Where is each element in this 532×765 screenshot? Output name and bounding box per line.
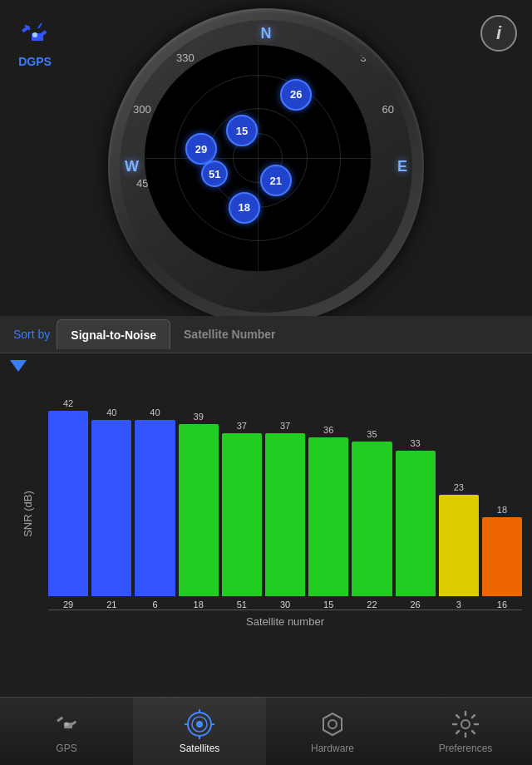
dgps-satellite-icon: [17, 17, 53, 53]
bar-sat-num-3: 3: [456, 600, 461, 610]
sat-dot-18: 18: [229, 192, 260, 224]
bar-sat-num-18: 18: [194, 600, 204, 610]
dgps-badge: DGPS: [17, 17, 53, 68]
bar-value-26: 33: [410, 438, 420, 448]
sat-dot-51: 51: [201, 160, 228, 187]
svg-line-5: [38, 23, 42, 28]
deg-330: 330: [176, 52, 195, 64]
bar-29: [48, 411, 88, 596]
bar-sat-num-29: 29: [63, 600, 73, 610]
tab-satellite-number[interactable]: Satellite Number: [170, 319, 288, 349]
compass-area: DGPS i N E W 330 30 30: [0, 0, 532, 316]
bar-18: [179, 424, 219, 596]
info-button[interactable]: i: [480, 15, 517, 52]
bar-col-29: 4229: [48, 398, 88, 610]
sat-dot-15: 15: [226, 115, 258, 146]
bar-sat-num-26: 26: [410, 600, 420, 610]
bar-value-6: 40: [150, 407, 160, 417]
sort-bar: Sort by Signal-to-Noise Satellite Number: [0, 316, 532, 353]
bar-value-15: 36: [323, 425, 333, 435]
bar-21: [91, 420, 131, 596]
bar-sat-num-22: 22: [367, 600, 377, 610]
bar-sat-num-15: 15: [323, 600, 333, 610]
sort-descending-arrow: [10, 360, 27, 372]
nav-label-gps: GPS: [56, 743, 76, 754]
nav-item-hardware[interactable]: Hardware: [266, 698, 399, 765]
deg-300: 300: [133, 103, 151, 116]
sat-dot-21: 21: [260, 165, 292, 196]
cardinal-w: W: [125, 158, 139, 175]
bar-sat-num-21: 21: [106, 600, 116, 610]
radar-cross-v: [258, 45, 259, 271]
deg-60: 60: [382, 103, 394, 116]
nav-item-preferences[interactable]: Preferences: [399, 698, 532, 765]
gps-icon: [52, 709, 81, 739]
bar-value-16: 18: [497, 505, 507, 515]
svg-point-3: [32, 32, 37, 37]
bar-col-51: 3751: [222, 421, 262, 610]
svg-point-9: [65, 722, 69, 726]
svg-point-18: [461, 720, 470, 728]
bar-value-22: 35: [367, 429, 377, 439]
bar-sat-num-6: 6: [152, 600, 157, 610]
bottom-nav: GPS Satellites: [0, 697, 532, 765]
svg-point-17: [328, 720, 337, 728]
bar-30: [265, 433, 305, 596]
chart-area: SNR (dB) 4229402140639183751373036153522…: [0, 353, 532, 693]
bar-sat-num-30: 30: [280, 600, 290, 610]
sort-label: Sort by: [13, 328, 50, 341]
nav-item-gps[interactable]: GPS: [0, 698, 133, 765]
svg-point-12: [196, 721, 203, 728]
bar-3: [439, 495, 479, 596]
sat-dot-26: 26: [280, 79, 312, 111]
hardware-icon: [318, 709, 347, 739]
nav-label-preferences: Preferences: [439, 743, 493, 754]
bar-col-18: 3918: [179, 412, 219, 610]
bar-col-30: 3730: [265, 421, 305, 610]
bar-col-15: 3615: [308, 425, 348, 610]
bar-col-21: 4021: [91, 407, 131, 610]
bar-col-22: 3522: [352, 429, 392, 610]
tab-signal-to-noise[interactable]: Signal-to-Noise: [57, 319, 170, 349]
bar-51: [222, 433, 262, 596]
bar-chart: SNR (dB) 4229402140639183751373036153522…: [48, 385, 522, 643]
bar-22: [352, 442, 392, 596]
nav-item-satellites[interactable]: Satellites: [133, 698, 266, 765]
compass: N E W 330 30 300 60 45 90 45: [108, 8, 424, 308]
bar-value-18: 39: [194, 412, 204, 422]
bar-col-26: 3326: [396, 438, 436, 610]
y-axis-label: SNR (dB): [22, 491, 34, 537]
nav-label-satellites: Satellites: [180, 743, 220, 754]
bar-value-51: 37: [237, 421, 247, 431]
bar-value-21: 40: [106, 407, 116, 417]
bar-value-3: 23: [454, 482, 464, 492]
dgps-label: DGPS: [18, 55, 52, 68]
x-axis-line: [48, 610, 522, 610]
bars: 4229402140639183751373036153522332623318…: [48, 385, 522, 610]
bar-value-29: 42: [63, 398, 73, 408]
satellites-icon: [185, 709, 214, 739]
x-axis-label: Satellite number: [48, 615, 522, 628]
bar-col-6: 406: [135, 407, 175, 610]
bar-value-30: 37: [280, 421, 290, 431]
svg-rect-7: [57, 716, 63, 722]
bar-col-16: 1816: [482, 505, 522, 610]
preferences-icon: [451, 709, 480, 739]
bar-16: [482, 517, 522, 596]
bar-sat-num-51: 51: [237, 600, 247, 610]
bar-15: [308, 437, 348, 596]
deg-45e: 45: [382, 254, 394, 266]
radar-display: 15 26 29 51 21 18: [145, 45, 371, 271]
bar-26: [396, 451, 436, 596]
cardinal-n: N: [261, 25, 272, 42]
bar-col-3: 233: [439, 482, 479, 610]
bar-6: [135, 420, 175, 596]
deg-30: 30: [361, 52, 372, 64]
nav-label-hardware: Hardware: [311, 743, 354, 754]
cardinal-e: E: [397, 158, 407, 175]
bar-sat-num-16: 16: [497, 600, 507, 610]
